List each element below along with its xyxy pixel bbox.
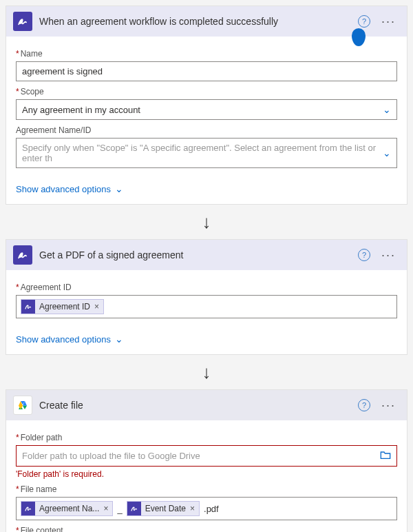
- flow-arrow: ↓: [0, 210, 413, 234]
- file-name-input[interactable]: Agreement Na... × _ Event Date × .pdf: [16, 497, 397, 520]
- step2-body: *Agreement ID Agreement ID ×: [6, 270, 407, 328]
- adobe-sign-icon: [21, 300, 35, 314]
- chevron-down-icon: ⌄: [383, 104, 391, 115]
- help-icon[interactable]: ?: [358, 15, 370, 28]
- adobe-sign-icon: [13, 245, 32, 265]
- google-drive-icon: [13, 396, 32, 415]
- more-menu-button[interactable]: ···: [377, 14, 400, 29]
- step1-body: *Name *Scope Any agreement in my account…: [6, 37, 407, 178]
- filename-extension: .pdf: [202, 504, 220, 514]
- file-name-label: *File name: [16, 484, 397, 494]
- step3-header[interactable]: Create file ? ···: [6, 390, 407, 420]
- remove-token-button[interactable]: ×: [103, 504, 108, 513]
- filename-separator: _: [116, 504, 123, 514]
- name-label: *Name: [16, 49, 397, 59]
- step3-title: Create file: [39, 400, 351, 411]
- folder-picker-icon[interactable]: [380, 450, 391, 462]
- agreement-id-label: Agreement Name/ID: [16, 125, 397, 135]
- name-input[interactable]: [16, 61, 397, 81]
- scope-label: *Scope: [16, 87, 397, 96]
- folder-path-label: *Folder path: [16, 433, 397, 442]
- token-agreement-id[interactable]: Agreement ID ×: [21, 299, 104, 314]
- chevron-down-icon: ⌄: [383, 147, 391, 158]
- show-advanced-link[interactable]: Show advanced options⌄: [6, 178, 133, 204]
- remove-token-button[interactable]: ×: [190, 504, 195, 513]
- step-create-file-card: Create file ? ··· *Folder path Folder pa…: [6, 389, 407, 532]
- scope-value: Any agreement in my account: [22, 105, 140, 115]
- folder-path-input[interactable]: Folder path to upload the file to Google…: [16, 445, 397, 467]
- adobe-sign-icon: [21, 502, 35, 515]
- agreement-id-placeholder: Specify only when "Scope" is "A specific…: [22, 143, 383, 163]
- adobe-sign-icon: [13, 12, 32, 31]
- chevron-down-icon: ⌄: [115, 334, 123, 345]
- show-advanced-link[interactable]: Show advanced options⌄: [6, 328, 133, 354]
- help-icon[interactable]: ?: [358, 249, 370, 261]
- agreement-id-select[interactable]: Specify only when "Scope" is "A specific…: [16, 138, 397, 168]
- folder-path-error: 'Folder path' is required.: [16, 469, 397, 479]
- remove-token-button[interactable]: ×: [94, 302, 99, 311]
- step3-body: *Folder path Folder path to upload the f…: [6, 420, 407, 532]
- step-get-pdf-card: Get a PDF of a signed agreement ? ··· *A…: [6, 239, 407, 355]
- chevron-down-icon: ⌄: [115, 183, 123, 194]
- step2-title: Get a PDF of a signed agreement: [39, 249, 351, 260]
- step1-title: When an agreement workflow is completed …: [39, 16, 351, 27]
- step-trigger-card: When an agreement workflow is completed …: [6, 6, 407, 205]
- agreement-id-input[interactable]: Agreement ID ×: [16, 295, 397, 318]
- more-menu-button[interactable]: ···: [377, 248, 400, 263]
- step1-header[interactable]: When an agreement workflow is completed …: [6, 6, 407, 37]
- file-content-label: *File content: [16, 526, 397, 532]
- flow-arrow: ↓: [0, 360, 413, 384]
- adobe-sign-icon: [127, 502, 141, 515]
- more-menu-button[interactable]: ···: [377, 398, 400, 413]
- agreement-id-label: *Agreement ID: [16, 283, 397, 292]
- help-icon[interactable]: ?: [358, 399, 370, 411]
- token-event-date[interactable]: Event Date ×: [127, 501, 200, 516]
- step2-header[interactable]: Get a PDF of a signed agreement ? ···: [6, 240, 407, 270]
- token-agreement-name[interactable]: Agreement Na... ×: [21, 501, 113, 516]
- scope-select[interactable]: Any agreement in my account ⌄: [16, 99, 397, 120]
